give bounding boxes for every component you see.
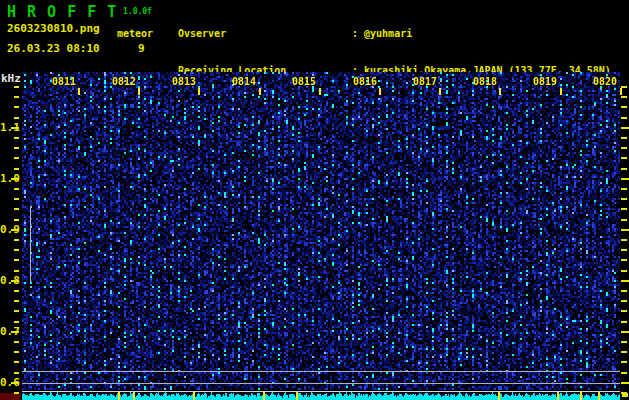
axis-tick-mark — [14, 321, 19, 323]
axis-tick-mark — [11, 382, 19, 384]
axis-tick-mark — [14, 392, 19, 394]
axis-tick-mark — [621, 321, 627, 323]
axis-tick-mark — [14, 208, 19, 210]
status-block-red — [0, 393, 21, 400]
time-label: 0820 — [593, 76, 617, 87]
minute-tick-mark — [620, 88, 622, 95]
axis-tick-mark — [11, 178, 19, 180]
grid-line-horizontal — [22, 383, 620, 384]
time-label: 0815 — [292, 76, 316, 87]
minute-tick-mark — [560, 88, 562, 95]
time-label: 0819 — [533, 76, 557, 87]
axis-tick-mark — [621, 382, 629, 384]
info-label: Ovserver — [178, 28, 352, 40]
axis-tick-mark — [14, 147, 19, 149]
time-label: 0817 — [413, 76, 437, 87]
axis-tick-mark — [621, 341, 627, 343]
axis-tick-mark — [621, 361, 627, 363]
axis-tick-mark — [621, 290, 627, 292]
axis-tick-mark — [11, 280, 19, 282]
app-title: H R O F F T — [7, 3, 117, 21]
axis-tick-mark — [14, 270, 19, 272]
axis-tick-mark — [14, 290, 19, 292]
hrofft-window: H R O F F T 1.0.0f 2603230810.png meteor… — [0, 0, 629, 400]
axis-tick-mark — [621, 259, 627, 261]
minute-tick-mark — [198, 88, 200, 95]
y-axis-unit: kHz — [1, 72, 21, 85]
axis-tick-mark — [621, 239, 627, 241]
spectrogram-canvas — [22, 72, 620, 390]
axis-tick-mark — [14, 310, 19, 312]
axis-tick-mark — [621, 392, 627, 394]
minute-tick-mark — [259, 88, 261, 95]
timestamp: 26.03.23 08:10 — [7, 42, 100, 55]
signal-level-strip — [22, 391, 620, 400]
axis-tick-mark — [621, 178, 629, 180]
axis-tick-mark — [621, 157, 627, 159]
axis-tick-mark — [14, 259, 19, 261]
axis-tick-mark — [14, 106, 19, 108]
axis-tick-mark — [14, 239, 19, 241]
axis-tick-mark — [621, 208, 627, 210]
time-label: 0816 — [353, 76, 377, 87]
axis-tick-mark — [14, 351, 19, 353]
axis-tick-mark — [621, 300, 627, 302]
time-label: 0811 — [52, 76, 76, 87]
axis-tick-mark — [14, 341, 19, 343]
axis-tick-mark — [621, 198, 627, 200]
axis-tick-mark — [621, 372, 627, 374]
axis-tick-mark — [621, 188, 627, 190]
axis-tick-mark — [621, 310, 627, 312]
axis-tick-mark — [14, 188, 19, 190]
axis-tick-mark — [621, 351, 627, 353]
minute-tick-mark — [78, 88, 80, 95]
axis-tick-mark — [621, 219, 627, 221]
axis-tick-mark — [14, 361, 19, 363]
axis-tick-mark — [621, 331, 629, 333]
minute-tick-mark — [379, 88, 381, 95]
axis-tick-mark — [621, 137, 627, 139]
output-filename: 2603230810.png — [7, 22, 100, 35]
axis-tick-mark — [14, 117, 19, 119]
minute-tick-mark — [499, 88, 501, 95]
signal-trace-line — [30, 206, 31, 282]
axis-tick-mark — [14, 157, 19, 159]
meteor-count: 9 — [138, 42, 145, 55]
axis-tick-mark — [11, 229, 19, 231]
axis-tick-mark — [621, 249, 627, 251]
axis-tick-mark — [621, 96, 627, 98]
axis-tick-mark — [621, 168, 627, 170]
mode-label: meteor — [117, 28, 153, 39]
axis-tick-mark — [14, 249, 19, 251]
axis-tick-mark — [14, 372, 19, 374]
minute-tick-mark — [138, 88, 140, 95]
axis-tick-mark — [14, 300, 19, 302]
axis-tick-mark — [14, 219, 19, 221]
axis-tick-mark — [621, 106, 627, 108]
time-label: 0818 — [473, 76, 497, 87]
info-row-observer: Ovserver: @yuhmari — [178, 28, 611, 40]
axis-tick-mark — [11, 331, 19, 333]
grid-line-horizontal — [22, 371, 620, 372]
axis-tick-mark — [14, 198, 19, 200]
axis-tick-mark — [621, 127, 629, 129]
axis-tick-mark — [621, 147, 627, 149]
time-label: 0812 — [112, 76, 136, 87]
axis-tick-mark — [14, 137, 19, 139]
level-strip-top-line — [22, 391, 620, 392]
app-version: 1.0.0f — [123, 7, 152, 16]
minute-tick-mark — [439, 88, 441, 95]
axis-tick-mark — [621, 270, 627, 272]
axis-tick-mark — [14, 168, 19, 170]
axis-tick-mark — [11, 127, 19, 129]
axis-tick-mark — [621, 280, 629, 282]
axis-tick-mark — [14, 96, 19, 98]
axis-tick-mark — [621, 229, 629, 231]
time-label: 0813 — [172, 76, 196, 87]
info-value: : @yuhmari — [352, 28, 412, 39]
minute-tick-mark — [319, 88, 321, 95]
time-label: 0814 — [232, 76, 256, 87]
axis-tick-mark — [14, 86, 19, 88]
axis-tick-mark — [621, 117, 627, 119]
